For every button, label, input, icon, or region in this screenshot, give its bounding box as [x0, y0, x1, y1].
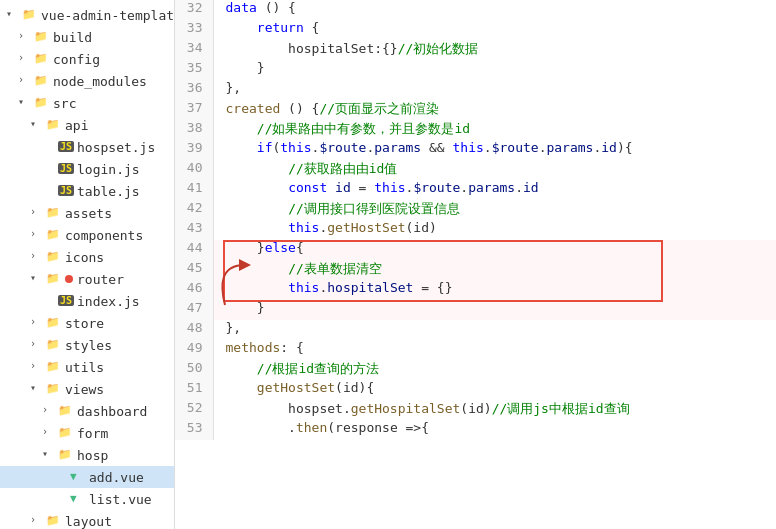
chevron-icon [18, 30, 32, 44]
chevron-icon [30, 228, 44, 242]
line-code: getHostSet(id){ [213, 380, 776, 400]
code-line-32: 32data () { [175, 0, 776, 20]
sidebar-item-label: table.js [77, 184, 140, 199]
sidebar-item-form[interactable]: 📁 form [0, 422, 174, 444]
line-code: hospitalSet:{}//初始化数据 [213, 40, 776, 60]
line-number: 45 [175, 260, 213, 280]
sidebar-item-router[interactable]: 📁 router [0, 268, 174, 290]
sidebar-item-components[interactable]: 📁 components [0, 224, 174, 246]
line-number: 39 [175, 140, 213, 160]
sidebar-item-utils[interactable]: 📁 utils [0, 356, 174, 378]
folder-icon: 📁 [34, 74, 50, 88]
folder-icon: 📁 [46, 338, 62, 352]
sidebar-item-label: utils [65, 360, 104, 375]
folder-icon: 📁 [46, 360, 62, 374]
line-number: 49 [175, 340, 213, 360]
code-line-46: 46 this.hospitalSet = {} [175, 280, 776, 300]
folder-icon: 📁 [46, 206, 62, 220]
sidebar-item-root[interactable]: 📁 vue-admin-template-... [0, 4, 174, 26]
folder-open-icon: 📁 [46, 382, 62, 396]
chevron-icon [30, 382, 44, 396]
js-icon: JS [58, 140, 74, 154]
line-number: 36 [175, 80, 213, 100]
sidebar-item-label: index.js [77, 294, 140, 309]
sidebar-item-label: login.js [77, 162, 140, 177]
chevron-icon [30, 272, 44, 286]
line-code: created () {//页面显示之前渲染 [213, 100, 776, 120]
sidebar-item-views[interactable]: 📁 views [0, 378, 174, 400]
line-number: 41 [175, 180, 213, 200]
line-number: 42 [175, 200, 213, 220]
sidebar-item-store[interactable]: 📁 store [0, 312, 174, 334]
code-line-52: 52 hospset.getHospitalSet(id)//调用js中根据id… [175, 400, 776, 420]
chevron-icon [42, 448, 56, 462]
line-number: 34 [175, 40, 213, 60]
sidebar-item-icons[interactable]: 📁 icons [0, 246, 174, 268]
sidebar-item-add-vue[interactable]: ▼ add.vue [0, 466, 174, 488]
chevron-icon [30, 118, 44, 132]
sidebar-item-src[interactable]: 📁 src [0, 92, 174, 114]
sidebar-item-login-js[interactable]: JS login.js [0, 158, 174, 180]
sidebar-item-dashboard[interactable]: 📁 dashboard [0, 400, 174, 422]
sidebar-item-label: dashboard [77, 404, 147, 419]
sidebar-item-node-modules[interactable]: 📁 node_modules [0, 70, 174, 92]
folder-icon: 📁 [58, 404, 74, 418]
folder-open-icon: 📁 [22, 8, 38, 22]
line-code: hospset.getHospitalSet(id)//调用js中根据id查询 [213, 400, 776, 420]
sidebar-item-config[interactable]: 📁 config [0, 48, 174, 70]
code-line-42: 42 //调用接口得到医院设置信息 [175, 200, 776, 220]
code-line-45: 45 //表单数据清空 [175, 260, 776, 280]
line-code: this.hospitalSet = {} [213, 280, 776, 300]
folder-open-icon: 📁 [34, 96, 50, 110]
chevron-icon [42, 426, 56, 440]
sidebar-item-label: node_modules [53, 74, 147, 89]
code-line-39: 39 if(this.$route.params && this.$route.… [175, 140, 776, 160]
sidebar-item-layout[interactable]: 📁 layout [0, 510, 174, 529]
line-number: 50 [175, 360, 213, 380]
sidebar-item-label: src [53, 96, 76, 111]
line-number: 35 [175, 60, 213, 80]
sidebar-item-api[interactable]: 📁 api [0, 114, 174, 136]
line-number: 38 [175, 120, 213, 140]
line-number: 44 [175, 240, 213, 260]
folder-open-icon: 📁 [46, 118, 62, 132]
js-icon: JS [58, 294, 74, 308]
line-code: //获取路由由id值 [213, 160, 776, 180]
code-line-41: 41 const id = this.$route.params.id [175, 180, 776, 200]
sidebar-item-list-vue[interactable]: ▼ list.vue [0, 488, 174, 510]
chevron-icon [30, 360, 44, 374]
js-icon: JS [58, 184, 74, 198]
sidebar-item-assets[interactable]: 📁 assets [0, 202, 174, 224]
line-code: //表单数据清空 [213, 260, 776, 280]
code-line-53: 53 .then(response =>{ [175, 420, 776, 440]
sidebar-item-hosp[interactable]: 📁 hosp [0, 444, 174, 466]
code-line-47: 47 } [175, 300, 776, 320]
code-line-43: 43 this.getHostSet(id) [175, 220, 776, 240]
js-icon: JS [58, 162, 74, 176]
line-number: 37 [175, 100, 213, 120]
sidebar-item-router-index-js[interactable]: JS index.js [0, 290, 174, 312]
code-line-40: 40 //获取路由由id值 [175, 160, 776, 180]
line-number: 48 [175, 320, 213, 340]
vue-icon: ▼ [70, 492, 86, 506]
dot-modified [65, 275, 73, 283]
sidebar-item-styles[interactable]: 📁 styles [0, 334, 174, 356]
line-code: } [213, 60, 776, 80]
code-editor: 32data () {33 return {34 hospitalSet:{}/… [175, 0, 776, 529]
line-code: return { [213, 20, 776, 40]
line-number: 43 [175, 220, 213, 240]
sidebar-item-hospset-js[interactable]: JS hospset.js [0, 136, 174, 158]
sidebar-item-label: add.vue [89, 470, 144, 485]
sidebar-item-label: api [65, 118, 88, 133]
line-number: 53 [175, 420, 213, 440]
folder-icon: 📁 [58, 426, 74, 440]
line-code: }, [213, 80, 776, 100]
sidebar-item-label: hosp [77, 448, 108, 463]
sidebar-item-build[interactable]: 📁 build [0, 26, 174, 48]
code-line-48: 48}, [175, 320, 776, 340]
folder-icon: 📁 [46, 514, 62, 528]
code-line-49: 49methods: { [175, 340, 776, 360]
folder-icon: 📁 [34, 30, 50, 44]
code-line-38: 38 //如果路由中有参数，并且参数是id [175, 120, 776, 140]
sidebar-item-table-js[interactable]: JS table.js [0, 180, 174, 202]
